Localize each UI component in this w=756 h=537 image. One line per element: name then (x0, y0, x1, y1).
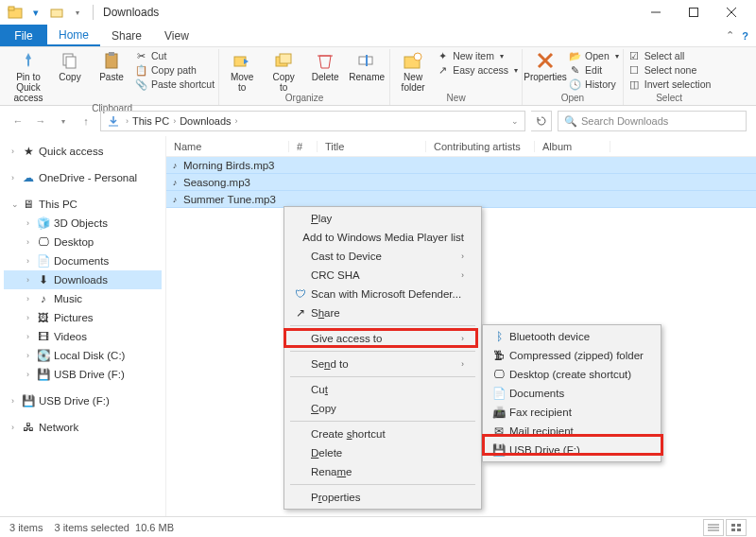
documents-icon: 📄 (36, 254, 51, 268)
menu-cast[interactable]: Cast to Device› (284, 247, 481, 266)
open-button[interactable]: 📂Open▾ (568, 49, 619, 62)
menu-cut[interactable]: Cut (284, 380, 481, 399)
history-button[interactable]: 🕓History (568, 78, 619, 91)
new-item-button[interactable]: ✦New item▾ (436, 49, 518, 62)
rename-icon (355, 49, 378, 72)
menu-give-access[interactable]: Give access to› (284, 329, 481, 348)
sendto-zip[interactable]: 🗜Compressed (zipped) folder (483, 346, 661, 365)
nav-thispc[interactable]: ⌄🖥This PC (4, 195, 162, 214)
nav-videos[interactable]: ›🎞Videos (4, 327, 162, 346)
nav-documents[interactable]: ›📄Documents (4, 251, 162, 270)
nav-onedrive[interactable]: ›☁OneDrive - Personal (4, 168, 162, 187)
sendto-fax[interactable]: 📠Fax recipient (483, 403, 661, 422)
fax-icon: 📠 (489, 406, 509, 419)
select-all-button[interactable]: ☑Select all (627, 49, 712, 62)
close-button[interactable] (713, 1, 750, 24)
nav-usb-drive-1[interactable]: ›💾USB Drive (F:) (4, 365, 162, 384)
delete-button[interactable]: Delete (306, 49, 344, 82)
paste-shortcut-button[interactable]: 📎Paste shortcut (134, 78, 215, 91)
file-row[interactable]: ♪Seasong.mp3 (166, 174, 756, 191)
nav-desktop[interactable]: ›🖵Desktop (4, 233, 162, 251)
menu-send-to[interactable]: Send to› (284, 355, 481, 373)
tab-view[interactable]: View (153, 25, 200, 46)
easy-access-button[interactable]: ↗Easy access▾ (436, 63, 518, 77)
qat-dropdown-icon[interactable]: ▾ (68, 3, 87, 22)
copy-button[interactable]: Copy (51, 49, 89, 82)
tab-share[interactable]: Share (100, 25, 153, 46)
tab-file[interactable]: File (0, 25, 47, 46)
search-input[interactable]: 🔍 Search Downloads (558, 111, 747, 131)
cut-button[interactable]: ✂Cut (134, 49, 215, 62)
properties-button[interactable]: Properties (526, 49, 564, 82)
invert-selection-button[interactable]: ◫Invert selection (627, 78, 712, 91)
forward-button[interactable]: → (32, 113, 49, 130)
star-icon: ★ (21, 145, 36, 158)
menu-copy[interactable]: Copy (284, 399, 481, 418)
sendto-usb[interactable]: 💾USB Drive (F:) (483, 441, 661, 459)
sendto-documents[interactable]: 📄Documents (483, 384, 661, 403)
sendto-mail[interactable]: ✉Mail recipient (483, 422, 661, 441)
col-artist[interactable]: Contributing artists (426, 141, 535, 152)
view-icons-button[interactable] (726, 519, 747, 536)
network-icon: 🖧 (21, 422, 36, 433)
new-folder-button[interactable]: New folder (394, 49, 432, 93)
paste-icon (100, 49, 123, 72)
menu-defender[interactable]: 🛡Scan with Microsoft Defender... (284, 285, 481, 303)
menu-play[interactable]: Play (284, 209, 481, 228)
help-icon[interactable]: ? (742, 30, 748, 42)
documents-icon: 📄 (489, 387, 509, 400)
edit-button[interactable]: ✎Edit (568, 63, 619, 77)
disk-icon: 💽 (36, 349, 51, 362)
menu-properties[interactable]: Properties (284, 488, 481, 507)
nav-pictures[interactable]: ›🖼Pictures (4, 308, 162, 327)
copy-to-icon (272, 49, 295, 72)
ribbon-collapse-icon[interactable]: ⌃ (726, 29, 734, 42)
menu-rename[interactable]: Rename (284, 462, 481, 481)
maximize-button[interactable] (675, 1, 713, 24)
breadcrumb[interactable]: › This PC › Downloads › ⌄ (100, 111, 525, 131)
nav-network[interactable]: ›🖧Network (4, 418, 162, 437)
tab-home[interactable]: Home (47, 25, 100, 46)
crumb-thispc[interactable]: This PC (132, 115, 169, 127)
nav-downloads[interactable]: ›⬇Downloads (4, 270, 162, 289)
rename-button[interactable]: Rename (348, 49, 386, 82)
file-row[interactable]: ♪Morning Birds.mp3 (166, 157, 756, 174)
svg-rect-10 (109, 52, 114, 56)
qat-down-arrow-icon[interactable]: ▾ (26, 3, 45, 22)
select-none-button[interactable]: ☐Select none (627, 63, 712, 77)
refresh-button[interactable] (531, 111, 552, 131)
col-title[interactable]: Title (318, 141, 426, 152)
sendto-desktop[interactable]: 🖵Desktop (create shortcut) (483, 365, 661, 384)
nav-usb-drive-2[interactable]: ›💾USB Drive (F:) (4, 391, 162, 410)
paste-button[interactable]: Paste (93, 49, 130, 82)
minimize-button[interactable] (637, 1, 675, 24)
nav-quick-access[interactable]: ›★Quick access (4, 142, 162, 161)
menu-crc[interactable]: CRC SHA› (284, 266, 481, 285)
back-button[interactable]: ← (9, 113, 26, 130)
nav-music[interactable]: ›♪Music (4, 289, 162, 308)
sendto-bluetooth[interactable]: ᛒBluetooth device (483, 327, 661, 346)
nav-local-disk[interactable]: ›💽Local Disk (C:) (4, 346, 162, 365)
copy-to-button[interactable]: Copy to (265, 49, 302, 93)
view-details-button[interactable] (703, 519, 724, 536)
menu-add-wmp[interactable]: Add to Windows Media Player list (284, 228, 481, 247)
recent-dropdown[interactable]: ▾ (55, 113, 72, 130)
move-to-button[interactable]: Move to (223, 49, 261, 93)
crumb-dropdown[interactable]: ⌄ (511, 116, 519, 126)
col-album[interactable]: Album (535, 141, 610, 152)
move-icon (231, 49, 253, 72)
menu-create-shortcut[interactable]: Create shortcut (284, 424, 481, 443)
up-button[interactable]: ↑ (77, 113, 94, 130)
history-icon: 🕓 (568, 78, 581, 91)
properties-icon (534, 49, 557, 72)
svg-rect-9 (106, 54, 117, 68)
nav-3d-objects[interactable]: ›🧊3D Objects (4, 214, 162, 233)
usb-icon: 💾 (36, 368, 51, 381)
copy-path-button[interactable]: 📋Copy path (134, 63, 215, 77)
col-name[interactable]: Name (166, 141, 289, 152)
menu-share[interactable]: ↗Share (284, 303, 481, 322)
pin-to-quick-access-button[interactable]: Pin to Quick access (9, 49, 47, 103)
crumb-downloads[interactable]: Downloads (180, 115, 231, 127)
menu-delete[interactable]: Delete (284, 443, 481, 462)
col-number[interactable]: # (289, 141, 318, 152)
